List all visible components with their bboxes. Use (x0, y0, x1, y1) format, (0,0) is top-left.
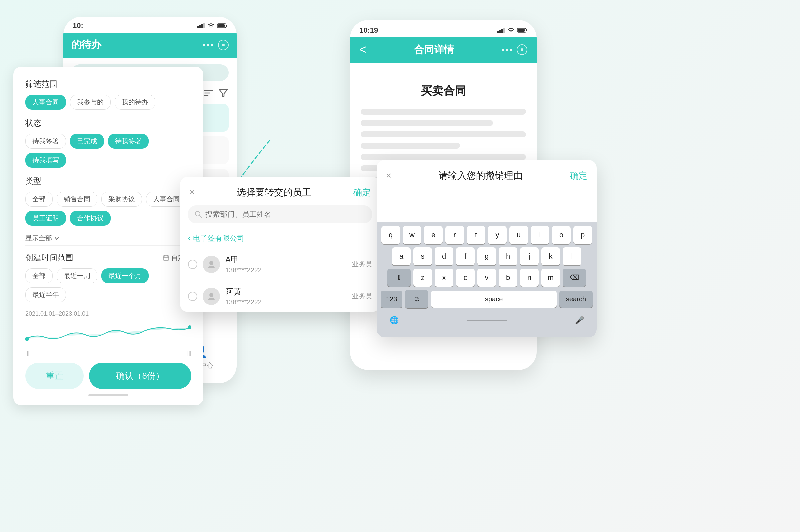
more-icon-left[interactable] (203, 44, 213, 46)
signal-icon (197, 23, 205, 28)
radio-0[interactable] (188, 260, 197, 269)
record-icon-left[interactable] (218, 40, 229, 50)
time-chart (25, 321, 191, 347)
avatar-0 (203, 256, 220, 273)
contract-header: < 合同详情 (350, 37, 537, 63)
tag-pending-my-sign[interactable]: 待我签署 (108, 134, 149, 149)
text-cursor (385, 192, 385, 204)
key-shift[interactable]: ⇧ (387, 269, 411, 287)
emp-role-1: 业务员 (352, 292, 372, 301)
key-g[interactable]: g (477, 247, 496, 265)
cancel-modal: × 请输入您的撤销理由 确定 q w e r t y u i o p a s d… (377, 160, 597, 337)
section-status: 状态 (25, 118, 191, 128)
tag-purchase[interactable]: 采购协议 (101, 192, 142, 207)
svg-rect-24 (518, 29, 525, 32)
reset-button[interactable]: 重置 (25, 363, 84, 389)
tag-sales[interactable]: 销售合同 (57, 192, 97, 207)
key-n[interactable]: n (520, 269, 539, 287)
key-b[interactable]: b (499, 269, 517, 287)
keyboard-row-2: a s d f g h j k l (379, 247, 595, 265)
tick-left: ||| (25, 350, 29, 356)
key-a[interactable]: a (392, 247, 411, 265)
key-t[interactable]: t (467, 226, 485, 244)
key-i[interactable]: i (531, 226, 549, 244)
key-123[interactable]: 123 (381, 291, 402, 308)
confirm-button[interactable]: 确认（8份） (89, 363, 191, 389)
transfer-close-btn[interactable]: × (189, 187, 195, 198)
key-search[interactable]: search (559, 291, 593, 308)
key-c[interactable]: c (456, 269, 475, 287)
tag-pending-fill[interactable]: 待我填写 (25, 153, 66, 168)
key-s[interactable]: s (413, 247, 432, 265)
key-y[interactable]: y (488, 226, 507, 244)
svg-rect-3 (203, 23, 205, 28)
record-icon-right[interactable] (517, 44, 527, 55)
status-icons-left (197, 23, 227, 28)
bottom-indicator (25, 394, 191, 396)
key-l[interactable]: l (563, 247, 581, 265)
svg-rect-18 (497, 31, 499, 33)
key-e[interactable]: e (424, 226, 443, 244)
tag-time-all[interactable]: 全部 (25, 268, 53, 283)
status-time-right: 10:19 (359, 26, 378, 35)
tag-employee-cert[interactable]: 员工证明 (25, 211, 66, 226)
employee-item-0[interactable]: A甲 138****2222 业务员 (180, 248, 380, 280)
emp-phone-1: 138****2222 (225, 298, 347, 306)
home-indicator (467, 320, 507, 321)
show-all-row[interactable]: 显示全部 (25, 234, 191, 243)
tag-my-todo[interactable]: 我的待办 (115, 95, 155, 110)
svg-rect-11 (163, 256, 169, 260)
sort-icon[interactable] (203, 88, 214, 98)
employee-search-input[interactable] (205, 210, 365, 218)
tag-time-month[interactable]: 最近一个月 (101, 268, 149, 283)
cancel-confirm-btn[interactable]: 确定 (570, 170, 587, 182)
tag-completed[interactable]: 已完成 (70, 134, 104, 149)
contract-header-title: 合同详情 (414, 43, 454, 57)
key-q[interactable]: q (381, 226, 400, 244)
tag-cooperation[interactable]: 合作协议 (70, 211, 111, 226)
more-icon-right[interactable] (502, 49, 512, 51)
tag-my-participated[interactable]: 我参与的 (70, 95, 111, 110)
key-z[interactable]: z (413, 269, 432, 287)
key-f[interactable]: f (456, 247, 475, 265)
key-r[interactable]: r (445, 226, 464, 244)
tag-time-halfyear[interactable]: 最近半年 (25, 287, 66, 302)
back-button[interactable]: < (359, 43, 366, 57)
key-d[interactable]: d (435, 247, 453, 265)
employee-item-1[interactable]: 阿黄 138****2222 业务员 (180, 280, 380, 312)
key-k[interactable]: k (541, 247, 560, 265)
key-v[interactable]: v (477, 269, 496, 287)
key-emoji[interactable]: ☺ (405, 290, 428, 308)
radio-1[interactable] (188, 292, 197, 301)
tag-all[interactable]: 全部 (25, 192, 53, 207)
key-j[interactable]: j (520, 247, 539, 265)
key-p[interactable]: p (573, 226, 592, 244)
cancel-reason-input[interactable] (385, 189, 589, 215)
key-x[interactable]: x (435, 269, 453, 287)
employee-search-bar[interactable] (188, 205, 372, 223)
wifi-icon (207, 23, 215, 28)
svg-marker-10 (219, 90, 227, 96)
key-backspace[interactable]: ⌫ (563, 269, 586, 287)
cancel-close-btn[interactable]: × (386, 170, 391, 181)
company-row[interactable]: ‹ 电子签有限公司 (180, 229, 380, 248)
tag-pending-sign[interactable]: 待我签署 (25, 134, 66, 149)
key-space[interactable]: space (431, 291, 557, 308)
tag-hr-contract[interactable]: 人事合同 (25, 95, 66, 110)
key-m[interactable]: m (541, 269, 560, 287)
key-w[interactable]: w (403, 226, 421, 244)
svg-line-26 (199, 215, 201, 217)
key-h[interactable]: h (499, 247, 517, 265)
key-globe[interactable]: 🌐 (381, 311, 407, 329)
key-mic[interactable]: 🎤 (566, 311, 593, 329)
date-range-display: 2021.01.01–2023.01.01 (25, 310, 191, 317)
phone-header-left: 的待办 (63, 33, 237, 58)
transfer-confirm-btn[interactable]: 确定 (353, 187, 371, 198)
search-icon (195, 211, 202, 218)
tag-time-week[interactable]: 最近一周 (57, 268, 97, 283)
key-o[interactable]: o (552, 226, 571, 244)
contract-title: 买卖合同 (361, 83, 526, 99)
key-u[interactable]: u (509, 226, 528, 244)
filter-icon[interactable] (218, 88, 229, 98)
chevron-down-icon (54, 236, 59, 241)
